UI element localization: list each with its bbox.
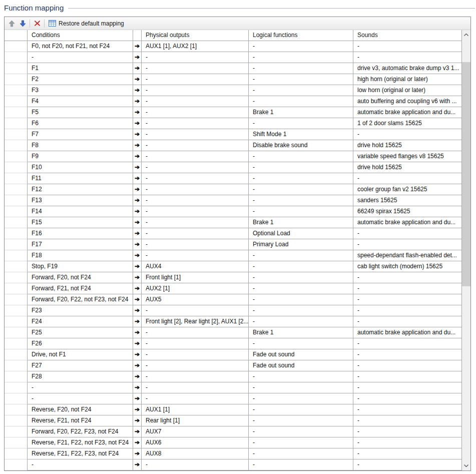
logical-functions-cell[interactable]: - [249, 63, 353, 74]
conditions-cell[interactable]: F11 [28, 173, 133, 184]
logical-functions-cell[interactable]: - [249, 250, 353, 261]
conditions-cell[interactable]: F27 [28, 360, 133, 371]
table-row[interactable]: F24 ➔ Front light [2], Rear light [2], A… [5, 316, 462, 327]
logical-functions-cell[interactable]: - [249, 195, 353, 206]
sounds-cell[interactable]: speed-dependant flash-enabled det... [353, 250, 462, 261]
physical-outputs-cell[interactable]: - [142, 195, 249, 206]
physical-outputs-cell[interactable]: - [142, 239, 249, 250]
table-row[interactable]: F17 ➔ - Primary Load - [5, 239, 462, 250]
sounds-cell[interactable]: cooler group fan v2 15625 [353, 184, 462, 195]
table-row[interactable]: - ➔ - - - [5, 382, 462, 393]
physical-outputs-cell[interactable]: AUX4 [142, 261, 249, 272]
sounds-cell[interactable]: - [353, 52, 462, 63]
sounds-cell[interactable]: - [353, 272, 462, 283]
sounds-cell[interactable]: - [353, 294, 462, 305]
table-row[interactable]: F23 ➔ - - - [5, 305, 462, 316]
logical-functions-cell[interactable]: Fade out sound [249, 349, 353, 360]
physical-outputs-cell[interactable]: Front light [2], Rear light [2], AUX1 [2… [142, 316, 249, 327]
table-row[interactable]: F25 ➔ - Brake 1 automatic brake applicat… [5, 327, 462, 338]
conditions-cell[interactable]: F6 [28, 118, 133, 129]
physical-outputs-cell[interactable]: - [142, 129, 249, 140]
row-selector-cell[interactable] [5, 173, 28, 184]
logical-functions-cell[interactable]: - [249, 162, 353, 173]
table-row[interactable]: F11 ➔ - - - [5, 173, 462, 184]
table-row[interactable]: F5 ➔ - Brake 1 automatic brake applicati… [5, 107, 462, 118]
conditions-cell[interactable]: Reverse, F21, F22, not F23, not F24 [28, 437, 133, 448]
physical-outputs-cell[interactable]: - [142, 305, 249, 316]
restore-default-mapping-button[interactable]: Restore default mapping [46, 18, 127, 29]
row-selector-cell[interactable] [5, 107, 28, 118]
row-selector-cell[interactable] [5, 283, 28, 294]
physical-outputs-cell[interactable]: AUX5 [142, 294, 249, 305]
row-selector-cell[interactable] [5, 41, 28, 52]
sounds-cell[interactable]: - [353, 338, 462, 349]
table-row[interactable]: Forward, F21, not F24 ➔ AUX2 [1] - - [5, 283, 462, 294]
physical-outputs-cell[interactable]: - [142, 382, 249, 393]
table-row[interactable]: F8 ➔ - Disable brake sound drive hold 15… [5, 140, 462, 151]
physical-outputs-cell[interactable]: AUX1 [1] [142, 404, 249, 415]
sounds-cell[interactable]: - [353, 129, 462, 140]
sounds-cell[interactable]: high horn (original or later) [353, 74, 462, 85]
conditions-cell[interactable]: Drive, not F1 [28, 349, 133, 360]
table-row[interactable]: F18 ➔ - - speed-dependant flash-enabled … [5, 250, 462, 261]
physical-outputs-cell[interactable]: - [142, 184, 249, 195]
table-row[interactable]: F16 ➔ - Optional Load - [5, 228, 462, 239]
table-row[interactable]: F9 ➔ - - variable speed flanges v8 15625 [5, 151, 462, 162]
conditions-cell[interactable]: F17 [28, 239, 133, 250]
table-row[interactable]: F4 ➔ - - auto buffering and coupling v6 … [5, 96, 462, 107]
table-row[interactable]: F0, not F20, not F21, not F24 ➔ AUX1 [1]… [5, 41, 462, 52]
logical-functions-cell[interactable]: Fade out sound [249, 360, 353, 371]
table-row[interactable]: F3 ➔ - - low horn (original or later) [5, 85, 462, 96]
conditions-cell[interactable]: F2 [28, 74, 133, 85]
logical-functions-cell[interactable]: Brake 1 [249, 107, 353, 118]
row-selector-cell[interactable] [5, 327, 28, 338]
move-up-button[interactable] [6, 18, 17, 29]
table-row[interactable]: F26 ➔ - - - [5, 338, 462, 349]
row-selector-cell[interactable] [5, 371, 28, 382]
row-selector-cell[interactable] [5, 63, 28, 74]
table-row[interactable]: - ➔ - - - [5, 459, 462, 470]
logical-functions-cell[interactable]: - [249, 382, 353, 393]
row-selector-cell[interactable] [5, 360, 28, 371]
logical-functions-cell[interactable]: - [249, 437, 353, 448]
move-down-button[interactable] [17, 18, 28, 29]
delete-row-button[interactable] [32, 18, 43, 29]
sounds-cell[interactable]: automatic brake application and du... [353, 327, 462, 338]
logical-functions-cell[interactable]: - [249, 459, 353, 470]
logical-functions-cell[interactable]: Brake 1 [249, 327, 353, 338]
conditions-cell[interactable]: - [28, 393, 133, 404]
conditions-cell[interactable]: F26 [28, 338, 133, 349]
conditions-cell[interactable]: F4 [28, 96, 133, 107]
physical-outputs-cell[interactable]: - [142, 349, 249, 360]
physical-outputs-cell[interactable]: - [142, 52, 249, 63]
logical-functions-cell[interactable]: - [249, 272, 353, 283]
conditions-cell[interactable]: Stop, F19 [28, 261, 133, 272]
sounds-cell[interactable]: - [353, 349, 462, 360]
logical-functions-cell[interactable]: - [249, 118, 353, 129]
physical-outputs-cell[interactable]: - [142, 217, 249, 228]
physical-outputs-cell[interactable]: AUX6 [142, 437, 249, 448]
conditions-cell[interactable]: F25 [28, 327, 133, 338]
conditions-cell[interactable]: F23 [28, 305, 133, 316]
sounds-cell[interactable]: cab light switch (modern) 15625 [353, 261, 462, 272]
row-selector-cell[interactable] [5, 437, 28, 448]
sounds-cell[interactable]: - [353, 371, 462, 382]
logical-functions-cell[interactable]: - [249, 206, 353, 217]
sounds-cell[interactable]: - [353, 382, 462, 393]
physical-outputs-cell[interactable]: - [142, 228, 249, 239]
row-selector-cell[interactable] [5, 305, 28, 316]
row-selector-cell[interactable] [5, 162, 28, 173]
physical-outputs-cell[interactable]: - [142, 107, 249, 118]
sounds-cell[interactable]: - [353, 228, 462, 239]
conditions-cell[interactable]: - [28, 382, 133, 393]
physical-outputs-cell[interactable]: - [142, 327, 249, 338]
logical-functions-cell[interactable]: - [249, 393, 353, 404]
physical-outputs-cell[interactable]: - [142, 96, 249, 107]
table-row[interactable]: Reverse, F21, F22, not F23, not F24 ➔ AU… [5, 437, 462, 448]
table-row[interactable]: F13 ➔ - - sanders 15625 [5, 195, 462, 206]
table-row[interactable]: Drive, not F1 ➔ - Fade out sound - [5, 349, 462, 360]
row-selector-cell[interactable] [5, 250, 28, 261]
table-row[interactable]: Reverse, F21, not F24 ➔ Rear light [1] -… [5, 415, 462, 426]
conditions-cell[interactable]: - [28, 52, 133, 63]
sounds-cell[interactable]: automatic brake application and du... [353, 217, 462, 228]
